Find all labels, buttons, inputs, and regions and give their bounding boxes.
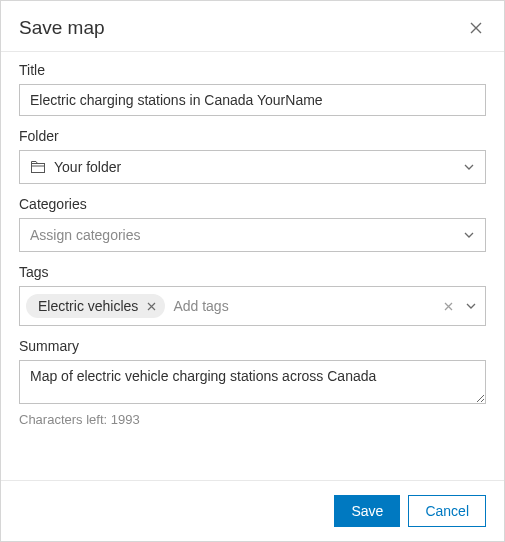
tags-clear-button[interactable] [440,298,457,315]
dialog-title: Save map [19,17,105,39]
field-summary: Summary Characters left: 1993 [19,338,486,427]
folder-icon [30,159,46,175]
close-icon [468,20,484,36]
tags-expand-button[interactable] [463,298,479,314]
summary-textarea[interactable] [19,360,486,404]
folder-select[interactable]: Your folder [19,150,486,184]
chevron-down-icon [465,300,477,312]
tags-trailing [440,298,479,315]
tags-input[interactable] [171,294,434,318]
field-folder: Folder Your folder [19,128,486,184]
title-input[interactable] [19,84,486,116]
tags-label: Tags [19,264,486,280]
field-tags: Tags Electric vehicles [19,264,486,326]
folder-label: Folder [19,128,486,144]
categories-label: Categories [19,196,486,212]
summary-helper: Characters left: 1993 [19,412,486,427]
tags-box[interactable]: Electric vehicles [19,286,486,326]
folder-value: Your folder [54,159,463,175]
categories-select[interactable]: Assign categories [19,218,486,252]
chevron-down-icon [463,229,475,241]
tag-remove-button[interactable] [144,299,159,314]
dialog-header: Save map [1,1,504,51]
save-button[interactable]: Save [334,495,400,527]
chevron-down-icon [463,161,475,173]
dialog-footer: Save Cancel [1,480,504,541]
cancel-button[interactable]: Cancel [408,495,486,527]
categories-placeholder: Assign categories [30,227,463,243]
dialog-body: Title Folder Your folder Categories Assi… [1,52,504,480]
title-label: Title [19,62,486,78]
tag-chip: Electric vehicles [26,294,165,318]
field-categories: Categories Assign categories [19,196,486,252]
tag-chip-label: Electric vehicles [38,298,138,314]
summary-label: Summary [19,338,486,354]
close-button[interactable] [466,18,486,38]
svg-rect-0 [32,164,45,173]
field-title: Title [19,62,486,116]
close-icon [442,300,455,313]
close-icon [146,301,157,312]
